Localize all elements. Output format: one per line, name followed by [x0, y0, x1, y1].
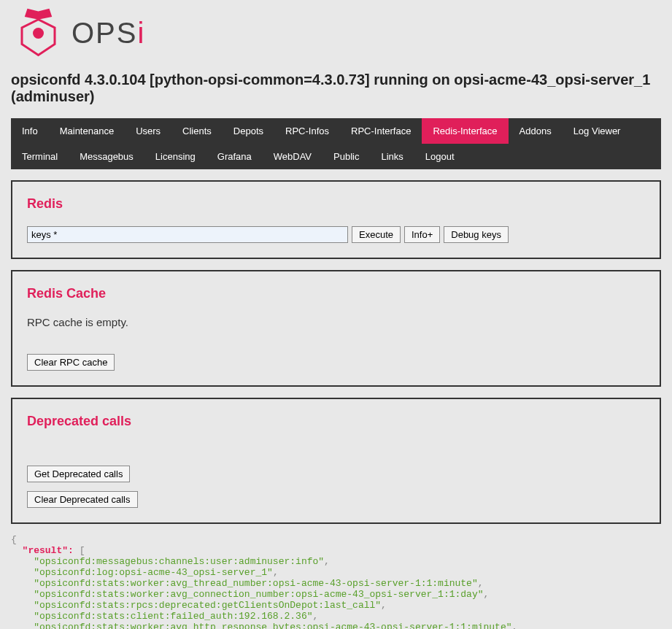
deprecated-panel-title: Deprecated calls: [27, 414, 645, 429]
cache-status-text: RPC cache is empty.: [27, 316, 645, 328]
nav-item-licensing[interactable]: Licensing: [144, 144, 206, 169]
nav-item-rpc-interface[interactable]: RPC-Interface: [340, 118, 422, 144]
nav-item-links[interactable]: Links: [370, 144, 414, 169]
nav-item-log-viewer[interactable]: Log Viewer: [563, 118, 632, 144]
nav-item-maintenance[interactable]: Maintenance: [49, 118, 125, 144]
deprecated-panel: Deprecated calls Get Deprecated calls Cl…: [11, 398, 661, 524]
clear-rpc-cache-button[interactable]: Clear RPC cache: [27, 354, 115, 371]
nav-item-logout[interactable]: Logout: [414, 144, 466, 169]
nav-item-rpc-infos[interactable]: RPC-Infos: [274, 118, 340, 144]
redis-panel: Redis Execute Info+ Debug keys: [11, 180, 661, 259]
nav-item-info[interactable]: Info: [11, 118, 49, 144]
nav-item-public[interactable]: Public: [323, 144, 370, 169]
nav-item-users[interactable]: Users: [125, 118, 171, 144]
nav-item-grafana[interactable]: Grafana: [206, 144, 263, 169]
logo-text: OPSi: [72, 17, 145, 50]
nav-item-redis-interface[interactable]: Redis-Interface: [422, 118, 508, 144]
nav-item-webdav[interactable]: WebDAV: [263, 144, 323, 169]
nav-bar: InfoMaintenanceUsersClientsDepotsRPC-Inf…: [11, 118, 661, 169]
execute-button[interactable]: Execute: [352, 226, 401, 243]
logo-mark-icon: [11, 6, 66, 61]
logo: OPSi: [11, 6, 661, 61]
nav-item-terminal[interactable]: Terminal: [11, 144, 69, 169]
redis-command-input[interactable]: [27, 226, 348, 243]
info-button[interactable]: Info+: [404, 226, 440, 243]
clear-deprecated-button[interactable]: Clear Deprecated calls: [27, 491, 138, 508]
json-output: { "result": [ "opsiconfd:messagebus:chan…: [11, 535, 661, 629]
nav-item-clients[interactable]: Clients: [171, 118, 223, 144]
svg-point-0: [33, 28, 44, 39]
redis-panel-title: Redis: [27, 196, 645, 212]
debug-keys-button[interactable]: Debug keys: [444, 226, 509, 243]
nav-item-addons[interactable]: Addons: [509, 118, 563, 144]
page-title: opsiconfd 4.3.0.104 [python-opsi-common=…: [11, 72, 661, 105]
redis-input-row: Execute Info+ Debug keys: [27, 226, 645, 243]
cache-panel-title: Redis Cache: [27, 286, 645, 301]
nav-item-depots[interactable]: Depots: [223, 118, 274, 144]
nav-item-messagebus[interactable]: Messagebus: [69, 144, 144, 169]
get-deprecated-button[interactable]: Get Deprecated calls: [27, 466, 130, 482]
redis-cache-panel: Redis Cache RPC cache is empty. Clear RP…: [11, 270, 661, 387]
